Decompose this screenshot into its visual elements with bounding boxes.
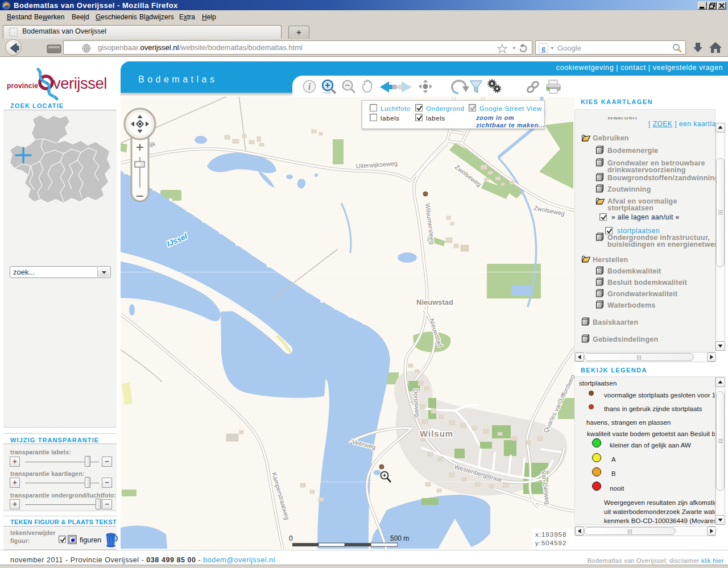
svg-text:verijssel: verijssel (53, 74, 107, 92)
svg-text:500 m: 500 m (390, 534, 409, 542)
svg-text:g: g (541, 44, 545, 52)
svg-text:provincie: provincie (7, 82, 38, 90)
svg-text:0: 0 (289, 534, 293, 542)
svg-text:x:193958: x:193958 (535, 531, 566, 538)
svg-text:i: i (308, 82, 311, 92)
svg-text:y:504592: y:504592 (535, 540, 566, 546)
svg-text:Nieuwstad: Nieuwstad (416, 298, 453, 306)
svg-text:Wilsum: Wilsum (420, 429, 453, 438)
